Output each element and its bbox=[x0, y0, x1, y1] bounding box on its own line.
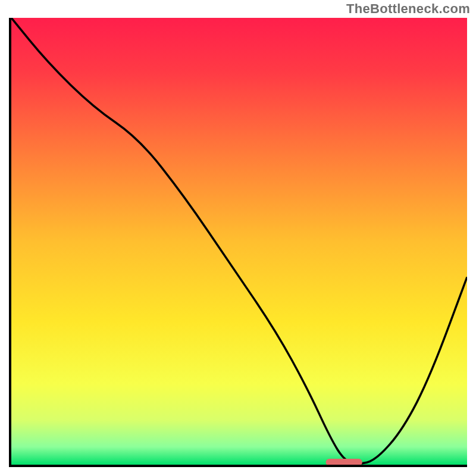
watermark-text: TheBottleneck.com bbox=[346, 1, 470, 17]
plot-svg bbox=[11, 18, 467, 465]
gradient-background bbox=[11, 18, 467, 465]
optimal-marker bbox=[326, 459, 362, 465]
plot-frame bbox=[9, 18, 467, 467]
chart-container: TheBottleneck.com bbox=[0, 0, 476, 476]
